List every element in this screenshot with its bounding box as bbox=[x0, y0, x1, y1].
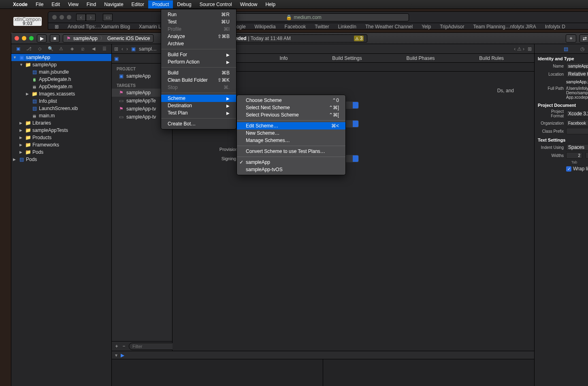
minimize-button[interactable] bbox=[22, 36, 26, 40]
tree-item[interactable]: ▶📁Images.xcassets bbox=[11, 90, 111, 98]
related-items-icon[interactable]: ⊞ bbox=[114, 46, 118, 52]
menu-product[interactable]: Product bbox=[148, 0, 173, 8]
menu-item[interactable]: Analyze⇧⌘B bbox=[161, 33, 236, 40]
submenu-item[interactable]: Choose Scheme⌃0 bbox=[237, 97, 345, 104]
debug-nav-icon[interactable]: ⎚ bbox=[80, 46, 86, 52]
name-field[interactable] bbox=[566, 63, 588, 69]
issue-nav-icon[interactable]: ⚠ bbox=[58, 46, 64, 52]
bm-5[interactable]: Wikipedia bbox=[255, 24, 276, 30]
submenu-item[interactable]: Select Previous Scheme⌃⌘[ bbox=[237, 111, 345, 119]
menu-view[interactable]: View bbox=[64, 0, 83, 8]
submenu-item[interactable]: Convert Scheme to use Test Plans… bbox=[237, 148, 345, 155]
tab-info[interactable]: Info bbox=[276, 54, 292, 63]
bm-11[interactable]: TripAdvisor bbox=[440, 24, 464, 30]
indent-width-field[interactable] bbox=[586, 152, 588, 159]
bm-13[interactable]: Infolytx D bbox=[545, 24, 565, 30]
tree-item[interactable]: ▼📁sampleApp bbox=[11, 61, 111, 68]
bm-0[interactable]: Android Tips:…Xamarin Blog bbox=[68, 24, 130, 30]
menu-item[interactable]: Archive bbox=[161, 40, 236, 47]
symbol-nav-icon[interactable]: ◇ bbox=[36, 46, 43, 52]
bm-10[interactable]: Yelp bbox=[422, 24, 431, 30]
tree-item[interactable]: mmain.m bbox=[11, 112, 111, 119]
menu-item[interactable]: Create Bot… bbox=[161, 120, 236, 127]
submenu-item[interactable]: Manage Schemes… bbox=[237, 137, 345, 144]
bm-7[interactable]: Twitter bbox=[315, 24, 329, 30]
tree-item[interactable]: hAppDelegate.h bbox=[11, 76, 111, 83]
stop-button[interactable]: ■ bbox=[50, 34, 60, 42]
menu-item[interactable]: Run⌘R bbox=[161, 11, 236, 18]
tree-item[interactable]: ▶📁sampleAppTests bbox=[11, 127, 111, 134]
safari-sidebar[interactable]: ▭ bbox=[103, 14, 113, 21]
warning-badge[interactable]: ⚠ 3 bbox=[354, 36, 364, 41]
menu-editor[interactable]: Editor bbox=[128, 0, 148, 8]
tree-item[interactable]: ▤Info.plist bbox=[11, 98, 111, 105]
menu-help[interactable]: Help bbox=[261, 0, 279, 8]
tree-item[interactable]: ▶📁Products bbox=[11, 134, 111, 141]
add-target-icon[interactable]: ＋ bbox=[114, 343, 119, 350]
tree-item[interactable]: ▶📁Libraries bbox=[11, 119, 111, 127]
report-nav-icon[interactable]: ☰ bbox=[101, 46, 108, 52]
menubar-app[interactable]: Xcode bbox=[9, 0, 32, 8]
bm-12[interactable]: Team Planning…nfolytx JIRA bbox=[473, 24, 536, 30]
tree-item[interactable]: mAppDelegate.m bbox=[11, 83, 111, 90]
debug-toggle-icon[interactable]: ▾ bbox=[115, 352, 117, 358]
menu-source-control[interactable]: Source Control bbox=[196, 0, 236, 8]
project-nav-icon[interactable]: ▣ bbox=[15, 46, 21, 52]
menu-item[interactable]: Perform Action▶ bbox=[161, 58, 236, 66]
tab-width-field[interactable] bbox=[566, 152, 582, 159]
zoom-button[interactable] bbox=[29, 36, 34, 40]
indentusing-select[interactable]: Spaces bbox=[566, 144, 588, 151]
safari-back[interactable]: ‹ bbox=[76, 14, 86, 21]
submenu-item[interactable]: Edit Scheme…⌘< bbox=[237, 122, 345, 129]
tab-build-phases[interactable]: Build Phases bbox=[403, 54, 439, 63]
add-button[interactable]: ＋ bbox=[566, 34, 576, 42]
library-button[interactable]: ⇄ bbox=[579, 34, 588, 42]
menu-find[interactable]: Find bbox=[83, 0, 100, 8]
menu-navigate[interactable]: Navigate bbox=[100, 0, 127, 8]
scheme-selector[interactable]: ⚑ sampleApp 〉 Generic iOS Device bbox=[63, 34, 153, 42]
close-button[interactable] bbox=[15, 36, 19, 40]
back-icon[interactable]: ‹ bbox=[121, 46, 123, 52]
submenu-item[interactable]: ✓sampleApp bbox=[237, 159, 345, 166]
tree-item[interactable]: ▶📁Frameworks bbox=[11, 141, 111, 148]
tree-item[interactable]: ▤LaunchScreen.xib bbox=[11, 105, 111, 112]
remove-target-icon[interactable]: － bbox=[121, 343, 126, 350]
submenu-item[interactable]: Select Next Scheme⌃⌘] bbox=[237, 104, 345, 111]
menu-item[interactable]: Scheme▶ bbox=[161, 95, 236, 102]
projformat-select[interactable]: Xcode 3.2-compatible bbox=[566, 110, 588, 117]
classprefix-field[interactable] bbox=[566, 128, 588, 134]
menu-file[interactable]: File bbox=[32, 0, 47, 8]
bm-6[interactable]: Facebook bbox=[285, 24, 306, 30]
file-inspector-icon[interactable]: ▤ bbox=[564, 46, 568, 52]
debug-breakpoint-icon[interactable]: ▶ bbox=[121, 352, 124, 358]
breakpoint-nav-icon[interactable]: ◀ bbox=[90, 46, 97, 52]
test-nav-icon[interactable]: ◈ bbox=[69, 46, 75, 52]
menu-item[interactable]: Destination▶ bbox=[161, 102, 236, 109]
tree-root[interactable]: ▼▣ sampleApp bbox=[11, 54, 111, 61]
run-button[interactable]: ▶ bbox=[37, 34, 47, 42]
tree-item[interactable]: ▶📁Pods bbox=[11, 148, 111, 156]
menu-debug[interactable]: Debug bbox=[173, 0, 195, 8]
tree-item[interactable]: ▶▤Pods bbox=[11, 156, 111, 163]
bm-8[interactable]: LinkedIn bbox=[338, 24, 356, 30]
outline-icon[interactable]: ▣ bbox=[114, 56, 119, 62]
submenu-item[interactable]: sampleApp-tvOS bbox=[237, 166, 345, 173]
submenu-item[interactable]: New Scheme… bbox=[237, 129, 345, 137]
menu-item[interactable]: Clean Build Folder⇧⌘K bbox=[161, 76, 236, 84]
forward-icon[interactable]: › bbox=[126, 46, 128, 52]
source-control-nav-icon[interactable]: ⎇ bbox=[26, 46, 32, 52]
org-field[interactable] bbox=[566, 120, 588, 126]
wrap-checkbox[interactable]: ✓ bbox=[566, 166, 571, 172]
tab-build-settings[interactable]: Build Settings bbox=[328, 54, 366, 63]
safari-bm-grid[interactable]: ⊞ bbox=[55, 24, 59, 30]
safari-fwd[interactable]: › bbox=[86, 14, 96, 21]
menu-item[interactable]: Test Plan▶ bbox=[161, 109, 236, 117]
history-inspector-icon[interactable]: ◷ bbox=[580, 46, 584, 52]
bm-9[interactable]: The Weather Channel bbox=[365, 24, 413, 30]
location-select[interactable]: Relative to Group bbox=[566, 71, 588, 77]
menu-edit[interactable]: Edit bbox=[47, 0, 64, 8]
editor-split-icon[interactable]: ⊞ bbox=[528, 46, 532, 52]
find-nav-icon[interactable]: 🔍 bbox=[47, 46, 54, 52]
crumb-label[interactable]: sampl… bbox=[139, 46, 157, 52]
menu-item[interactable]: Test⌘U bbox=[161, 18, 236, 25]
